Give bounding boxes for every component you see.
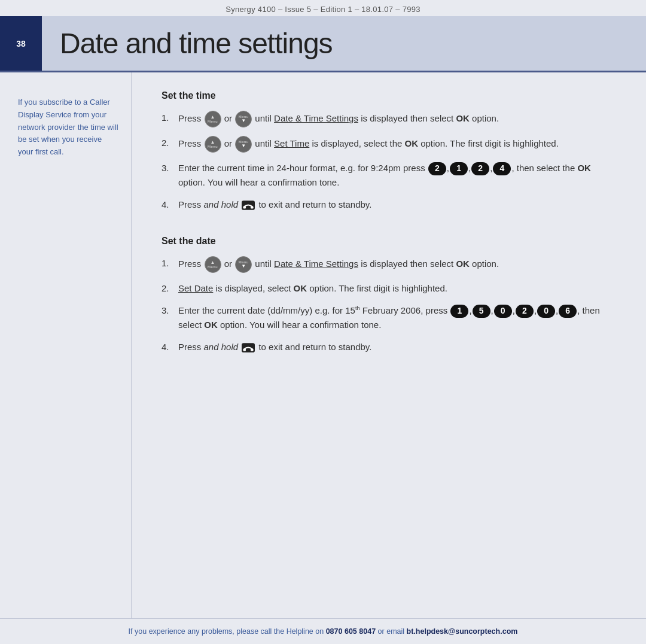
set-time-step-4: 4. Press and hold to exit and return to … xyxy=(162,198,610,211)
set-date-steps: 1. Press ▲ Menu or Menu ▼ xyxy=(162,256,610,354)
header: 38 Date and time settings xyxy=(0,16,646,71)
set-date-step-1: 1. Press ▲ Menu or Menu ▼ xyxy=(162,256,610,273)
menu-item-datetime-2: Date & Time Settings xyxy=(274,259,358,269)
menu-item-datetime-1: Date & Time Settings xyxy=(274,113,358,123)
content: If you subscribe to a Caller Display Ser… xyxy=(0,72,646,618)
menu-item-settime: Set Time xyxy=(274,138,309,148)
set-date-section: Set the date 1. Press ▲ Menu or xyxy=(162,236,610,354)
page-title: Date and time settings xyxy=(42,16,351,71)
digit-2-c: 2 xyxy=(516,305,534,318)
menu-down-icon-2: Menu ▼ xyxy=(235,136,252,153)
footer-or: or xyxy=(378,627,385,636)
menu-down-icon-1: Menu ▼ xyxy=(235,111,252,127)
menu-down-icon-3: Menu ▼ xyxy=(235,256,252,273)
footer-email: bt.helpdesk@suncorptech.com xyxy=(407,627,518,636)
set-time-section: Set the time 1. Press ▲ Menu or xyxy=(162,90,610,212)
digit-2-b: 2 xyxy=(471,162,489,175)
set-time-title: Set the time xyxy=(162,90,610,101)
top-bar: Synergy 4100 – Issue 5 – Edition 1 – 18.… xyxy=(0,0,646,16)
footer-text: If you experience any problems, please c… xyxy=(129,627,324,636)
ok-label-4: OK xyxy=(456,259,470,269)
ok-label-1: OK xyxy=(456,113,470,123)
digit-4-a: 4 xyxy=(493,162,511,175)
set-date-step-3: 3. Enter the current date (dd/mm/yy) e.g… xyxy=(162,303,610,332)
ok-label-3: OK xyxy=(577,163,591,173)
set-time-step-1: 1. Press ▲ Menu or Menu ▼ xyxy=(162,111,610,127)
svg-rect-5 xyxy=(251,349,254,351)
digit-2-a: 2 xyxy=(428,162,446,175)
set-time-steps: 1. Press ▲ Menu or Menu ▼ xyxy=(162,111,610,212)
digit-1-a: 1 xyxy=(450,162,468,175)
svg-rect-4 xyxy=(243,349,246,351)
set-time-step-3: 3. Enter the current time in 24-hour for… xyxy=(162,161,610,189)
ok-label-2: OK xyxy=(405,138,419,148)
page: Synergy 4100 – Issue 5 – Edition 1 – 18.… xyxy=(0,0,646,644)
menu-up-icon-3: ▲ Menu xyxy=(205,256,221,273)
ok-label-5: OK xyxy=(294,283,307,293)
menu-item-setdate: Set Date xyxy=(178,283,213,293)
and-hold-text-2: and hold xyxy=(204,342,239,352)
main-content: Set the time 1. Press ▲ Menu or xyxy=(132,72,646,618)
page-number: 38 xyxy=(0,16,42,71)
digit-6-a: 6 xyxy=(559,305,577,318)
sidebar-note: If you subscribe to a Caller Display Ser… xyxy=(18,96,119,159)
set-date-step-2: 2. Set Date is displayed, select OK opti… xyxy=(162,281,610,295)
sidebar: If you subscribe to a Caller Display Ser… xyxy=(0,72,132,618)
menu-up-icon-1: ▲ Menu xyxy=(205,111,221,127)
digit-1-b: 1 xyxy=(450,305,468,318)
and-hold-text-1: and hold xyxy=(204,199,239,209)
menu-up-icon-2: ▲ Menu xyxy=(205,136,221,153)
svg-rect-1 xyxy=(243,206,246,209)
end-call-icon-1 xyxy=(242,200,255,211)
svg-rect-2 xyxy=(251,206,254,209)
digit-0-a: 0 xyxy=(494,305,512,318)
footer-email-label: email xyxy=(386,627,404,636)
set-time-step-2: 2. Press ▲ Menu or Menu ▼ xyxy=(162,136,610,153)
ok-label-6: OK xyxy=(204,320,218,330)
meta-text: Synergy 4100 – Issue 5 – Edition 1 – 18.… xyxy=(226,5,420,14)
digit-5-a: 5 xyxy=(473,305,490,318)
footer-phone: 0870 605 8047 xyxy=(326,627,376,636)
set-date-step-4: 4. Press and hold to exit and return to … xyxy=(162,340,610,354)
end-call-icon-2 xyxy=(242,342,255,353)
footer: If you experience any problems, please c… xyxy=(0,618,646,644)
digit-0-b: 0 xyxy=(537,305,555,318)
set-date-title: Set the date xyxy=(162,236,610,247)
